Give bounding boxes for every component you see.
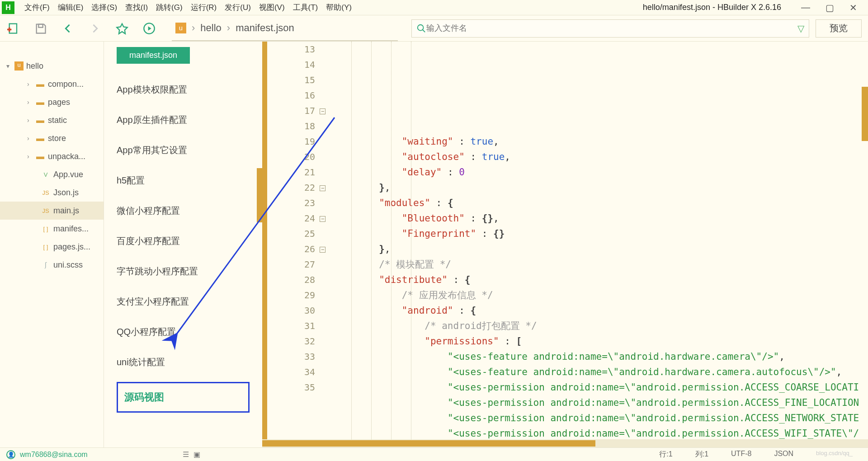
svg-marker-4 bbox=[117, 24, 127, 33]
menu-item[interactable]: 跳转(G) bbox=[153, 0, 185, 14]
chevron-right-icon: › bbox=[227, 22, 230, 34]
config-section-link[interactable]: 字节跳动小程序配置 bbox=[117, 256, 250, 287]
menu-item[interactable]: 文件(F) bbox=[22, 0, 52, 14]
tree-file[interactable]: ʃuni.scss bbox=[0, 256, 104, 274]
tree-file[interactable]: JSJson.js bbox=[0, 183, 104, 202]
run-button[interactable] bbox=[136, 22, 163, 35]
manifest-config-panel: manifest.json App模块权限配置App原生插件配置App常用其它设… bbox=[104, 42, 262, 447]
tree-label: compon... bbox=[48, 80, 84, 89]
file-search-box[interactable]: ▽ bbox=[411, 19, 809, 38]
window-controls: — ▢ ✕ bbox=[790, 2, 868, 13]
config-section-link[interactable]: h5配置 bbox=[117, 165, 250, 196]
search-input[interactable] bbox=[426, 24, 813, 33]
folder-icon: ▬ bbox=[35, 98, 45, 107]
back-button[interactable] bbox=[54, 22, 81, 35]
config-scrollbar[interactable] bbox=[257, 168, 262, 222]
tree-folder[interactable]: ›▬store bbox=[0, 129, 104, 147]
filter-icon[interactable]: ▽ bbox=[797, 23, 804, 34]
chevron-right-icon: › bbox=[27, 117, 35, 124]
statusbar: 👤 wm76868@sina.com ☰ ▣ 行:1 列:1 UTF-8 JSO… bbox=[0, 447, 868, 461]
tree-folder[interactable]: ›▬compon... bbox=[0, 75, 104, 93]
tree-label: pages bbox=[48, 98, 70, 107]
config-section-link[interactable]: App模块权限配置 bbox=[117, 75, 250, 105]
config-section-link[interactable]: App原生插件配置 bbox=[117, 105, 250, 135]
tree-label: pages.js... bbox=[53, 242, 90, 252]
close-icon[interactable]: ✕ bbox=[849, 2, 857, 13]
change-indicator bbox=[262, 42, 267, 447]
code-editor[interactable]: 1314151617181920212223242526272829303132… bbox=[262, 42, 868, 447]
forward-button[interactable] bbox=[81, 22, 108, 35]
file-icon: ʃ bbox=[41, 262, 51, 268]
main-menu: 文件(F)编辑(E)选择(S)查找(I)跳转(G)运行(R)发行(U)视图(V)… bbox=[19, 0, 643, 14]
config-section-link[interactable]: uni统计配置 bbox=[117, 347, 250, 377]
tree-root[interactable]: ▾ u hello bbox=[0, 57, 104, 75]
breadcrumb-folder[interactable]: hello bbox=[200, 22, 221, 34]
config-section-link[interactable]: 百度小程序配置 bbox=[117, 226, 250, 256]
status-line[interactable]: 行:1 bbox=[659, 450, 672, 459]
config-tab-active[interactable]: manifest.json bbox=[117, 47, 190, 64]
chevron-right-icon: › bbox=[27, 135, 35, 142]
window-title: hello/manifest.json - HBuilder X 2.6.16 bbox=[643, 3, 790, 12]
tree-label: Json.js bbox=[53, 188, 79, 198]
fold-toggle[interactable]: − bbox=[320, 216, 326, 222]
chevron-right-icon: › bbox=[27, 99, 35, 106]
user-email[interactable]: wm76868@sina.com bbox=[20, 451, 88, 459]
chevron-right-icon: › bbox=[27, 80, 35, 88]
tree-file[interactable]: [ ]manifes... bbox=[0, 220, 104, 238]
outline-icon[interactable]: ☰ bbox=[183, 450, 189, 459]
tree-file[interactable]: [ ]pages.js... bbox=[0, 238, 104, 256]
tree-file[interactable]: VApp.vue bbox=[0, 165, 104, 183]
tree-label: unpacka... bbox=[48, 152, 85, 161]
config-section-link[interactable]: App常用其它设置 bbox=[117, 135, 250, 165]
file-icon: [ ] bbox=[41, 244, 51, 250]
menu-item[interactable]: 编辑(E) bbox=[55, 0, 86, 14]
config-section-link[interactable]: 支付宝小程序配置 bbox=[117, 287, 250, 317]
code-content[interactable]: "waiting" : true, "autoclose" : true, "d… bbox=[331, 42, 868, 447]
menu-item[interactable]: 查找(I) bbox=[123, 0, 151, 14]
status-language[interactable]: JSON bbox=[774, 450, 793, 459]
star-button[interactable] bbox=[108, 22, 136, 35]
status-column[interactable]: 列:1 bbox=[695, 450, 708, 459]
file-icon: V bbox=[41, 171, 51, 178]
app-logo: H bbox=[2, 1, 14, 14]
tree-folder[interactable]: ›▬static bbox=[0, 111, 104, 129]
svg-point-7 bbox=[418, 24, 424, 30]
config-section-link[interactable]: QQ小程序配置 bbox=[117, 317, 250, 347]
tree-file[interactable]: JSmain.js bbox=[0, 202, 104, 220]
fold-toggle[interactable]: − bbox=[320, 185, 326, 191]
menu-item[interactable]: 帮助(Y) bbox=[323, 0, 354, 14]
svg-line-8 bbox=[423, 29, 425, 32]
terminal-icon[interactable]: ▣ bbox=[193, 450, 200, 459]
tree-label: uni.scss bbox=[53, 260, 83, 270]
horizontal-scrollbar-track[interactable] bbox=[262, 439, 868, 447]
folder-icon: ▬ bbox=[35, 134, 45, 143]
tree-folder[interactable]: ›▬pages bbox=[0, 93, 104, 111]
minimize-icon[interactable]: — bbox=[801, 2, 810, 13]
tree-label: App.vue bbox=[53, 170, 83, 179]
menu-item[interactable]: 工具(T) bbox=[290, 0, 321, 14]
fold-column: −−−− bbox=[320, 42, 331, 447]
file-icon: JS bbox=[41, 207, 51, 214]
fold-toggle[interactable]: − bbox=[320, 247, 326, 253]
preview-button[interactable]: 预览 bbox=[816, 19, 862, 38]
project-icon: u bbox=[14, 61, 24, 71]
source-view-button[interactable]: 源码视图 bbox=[117, 382, 250, 413]
horizontal-scrollbar-thumb[interactable] bbox=[262, 440, 595, 447]
tree-folder[interactable]: ›▬unpacka... bbox=[0, 147, 104, 165]
tree-label: manifes... bbox=[53, 224, 89, 234]
menu-item[interactable]: 运行(R) bbox=[188, 0, 220, 14]
menu-item[interactable]: 选择(S) bbox=[89, 0, 120, 14]
user-icon[interactable]: 👤 bbox=[6, 450, 15, 459]
breadcrumb-project-icon: u bbox=[175, 23, 186, 33]
breadcrumb-file[interactable]: manifest.json bbox=[236, 22, 294, 34]
config-section-link[interactable]: 微信小程序配置 bbox=[117, 196, 250, 226]
new-file-button[interactable] bbox=[0, 22, 27, 35]
status-encoding[interactable]: UTF-8 bbox=[731, 450, 751, 459]
fold-toggle[interactable]: − bbox=[320, 108, 326, 114]
menu-item[interactable]: 发行(U) bbox=[222, 0, 254, 14]
menu-item[interactable]: 视图(V) bbox=[256, 0, 288, 14]
save-button[interactable] bbox=[27, 22, 54, 35]
vertical-scrollbar[interactable] bbox=[862, 87, 868, 141]
maximize-icon[interactable]: ▢ bbox=[826, 2, 834, 13]
tree-label: static bbox=[48, 116, 67, 125]
